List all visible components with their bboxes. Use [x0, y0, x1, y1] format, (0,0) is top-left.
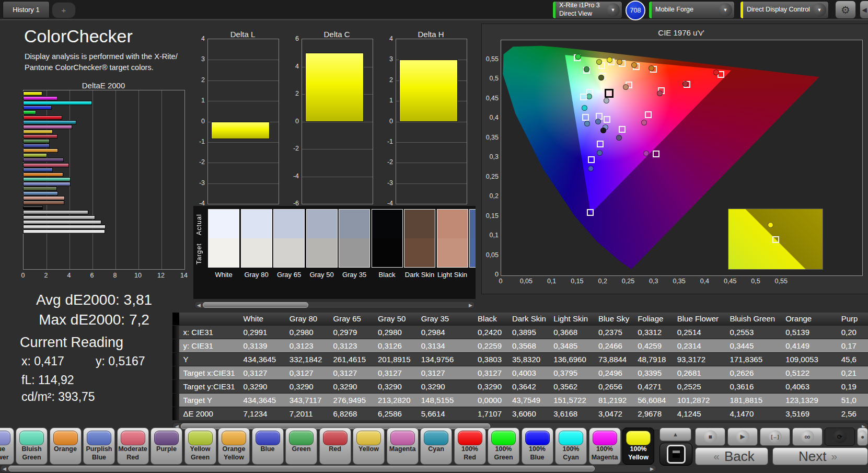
cie-measured-marker-dark-orange [649, 65, 654, 71]
swatch-blue[interactable] [469, 209, 476, 268]
patch-button-yellow-green[interactable]: Yellow Green [184, 428, 216, 465]
ab-repeat-button[interactable]: [↔] [760, 428, 790, 446]
patch-button-100pct-magenta[interactable]: 100% Magenta [589, 428, 621, 465]
gear-icon[interactable]: ⚙ [835, 1, 856, 19]
table-cell: 0,3568 [508, 339, 550, 352]
axis-tick-label: 0,15 [482, 212, 499, 220]
window-icon [667, 445, 686, 464]
swatch-gray-80[interactable] [241, 209, 272, 268]
cie-target-marker-blue-upper [588, 156, 595, 163]
patch-button-green[interactable]: Green [285, 428, 317, 465]
swatch-gray-35[interactable] [339, 209, 370, 268]
patch-button-100pct-yellow[interactable]: 100% Yellow [622, 428, 654, 465]
patch-button-label: 100% Green [488, 445, 519, 462]
scroll-left-icon[interactable]: ◀ [195, 303, 203, 308]
stop-button[interactable]: ■ [695, 428, 725, 446]
scroll-right-icon[interactable]: ▶ [467, 303, 474, 308]
pattern-window-button[interactable] [659, 443, 692, 466]
swatch-target [339, 238, 369, 267]
patch-button-bluish-green[interactable]: Bluish Green [16, 428, 48, 465]
patch-button-purple[interactable]: Purple [151, 428, 182, 465]
back-button[interactable]: « Back [695, 447, 768, 465]
table-cell: 181,8815 [726, 393, 782, 407]
cie-target-marker-cyan-primary [580, 94, 587, 100]
table-cell: 151,5722 [550, 393, 595, 407]
patch-button-blue-flower[interactable]: Blue Flower [0, 428, 14, 465]
table-cell: 5,6614 [418, 407, 474, 420]
record-button[interactable]: ● [857, 428, 868, 446]
axis-tick-label: 0 [482, 271, 499, 278]
axis-tick-label: 8 [111, 272, 119, 279]
patch-button-100pct-green[interactable]: 100% Green [488, 428, 519, 465]
patch-button-100pct-red[interactable]: 100% Red [454, 428, 486, 465]
gridline [208, 163, 279, 163]
row-marker-column [172, 313, 179, 325]
swatch-gray-65[interactable] [273, 209, 305, 268]
play-button[interactable]: ▶ [727, 428, 758, 446]
patch-color-chip [390, 431, 415, 445]
scroll-left-icon[interactable]: ◀ [1, 466, 8, 471]
table-cell: 0,2525 [674, 379, 726, 393]
scrollbar-thumb[interactable] [8, 466, 595, 471]
sync-button[interactable]: ⟳ [825, 428, 855, 446]
row-label: Target Y [179, 393, 239, 407]
axis-tick-label: 0,2 [593, 278, 612, 285]
patch-button-orange[interactable]: Orange [50, 428, 82, 465]
cie-measured-marker-green [584, 66, 589, 72]
patch-button-blue[interactable]: Blue [252, 428, 284, 465]
column-header-foliage: Foliage [634, 313, 674, 325]
swatch-white[interactable] [208, 209, 239, 268]
patch-button-purplish-blue[interactable]: Purplish Blue [83, 428, 115, 465]
add-tab-button[interactable]: + [52, 2, 76, 18]
patch-row-scrollbar[interactable]: ◀ ▶ [0, 465, 656, 472]
cie-target-marker-white-point [605, 89, 614, 98]
measurement-count-badge[interactable]: 708 [626, 1, 645, 20]
axis-tick-label: 0,55 [482, 55, 499, 63]
patch-button-cyan[interactable]: Cyan [420, 428, 452, 465]
patch-button-moderate-red[interactable]: Moderate Red [117, 428, 149, 465]
swatch-strip-scrollbar[interactable]: ◀ ▶ [194, 301, 475, 309]
infinity-button[interactable]: ∞ [792, 428, 823, 446]
source-dropdown[interactable]: Mobile Forge ▼ [649, 1, 735, 19]
current-reading-heading: Current Reading [20, 334, 123, 351]
cie-measured-marker-yellow-primary [607, 57, 612, 63]
swatch-black[interactable] [372, 209, 403, 268]
table-cell: 0,3290 [286, 379, 330, 393]
patch-button-label: Orange Yellow [218, 445, 249, 462]
stop-icon: ■ [704, 430, 717, 443]
next-button[interactable]: Next » [772, 447, 868, 465]
table-cell: 0,3123 [329, 339, 374, 352]
table-cell: 0,3395 [634, 366, 674, 379]
patch-button-magenta[interactable]: Magenta [387, 428, 419, 465]
table-cell: 0,2259 [474, 339, 508, 352]
swatch-light-skin[interactable] [437, 209, 468, 268]
axis-tick-label: 0,1 [482, 232, 499, 239]
swatch-dark-skin[interactable] [404, 209, 435, 268]
axis-tick-label: 0,25 [482, 173, 499, 180]
patch-button-orange-yellow[interactable]: Orange Yellow [218, 428, 250, 465]
patch-button-label: Bluish Green [16, 445, 47, 462]
table-cell: 171,8365 [726, 352, 782, 366]
tab-history-1[interactable]: History 1 [3, 1, 50, 18]
swatch-actual [241, 210, 272, 238]
meter-dropdown[interactable]: X-Rite i1Pro 3Direct View ▼ [552, 1, 622, 19]
deltae-bar [23, 101, 92, 105]
patch-button-red[interactable]: Red [319, 428, 351, 465]
axis-tick-label: 0,35 [482, 134, 499, 141]
axis-tick-label: 0,4 [695, 278, 714, 285]
patch-color-chip [256, 431, 280, 445]
deltae-bar [23, 163, 69, 167]
scroll-right-icon[interactable]: ▶ [648, 466, 656, 471]
table-cell: 332,1842 [286, 352, 330, 366]
row-label: y: CIE31 [179, 339, 239, 352]
collapse-panel-button[interactable]: ◀ [860, 1, 868, 19]
scrollbar-thumb[interactable] [203, 302, 308, 308]
collapse-strip-button[interactable]: ▲ [659, 428, 691, 441]
patch-button-yellow[interactable]: Yellow [353, 428, 385, 465]
patch-button-100pct-blue[interactable]: 100% Blue [522, 428, 553, 465]
table-cell: 0,2314 [674, 339, 726, 352]
patch-color-chip [188, 431, 213, 445]
patch-button-100pct-cyan[interactable]: 100% Cyan [555, 428, 587, 465]
swatch-gray-50[interactable] [306, 209, 338, 268]
display-control-dropdown[interactable]: Direct Display Control ▼ [740, 1, 829, 19]
